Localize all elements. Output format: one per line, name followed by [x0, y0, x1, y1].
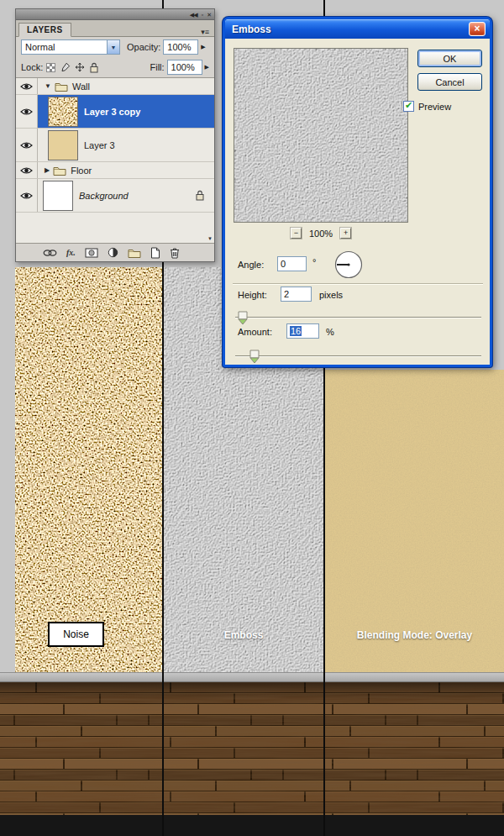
dialog-titlebar[interactable]: Emboss × — [225, 19, 490, 39]
layers-list: ▼ Wall Layer 3 copy Layer 3 — [16, 77, 214, 243]
canvas-bottom-bar — [0, 815, 504, 836]
slider-track — [235, 317, 481, 318]
preview-checkbox[interactable]: ✔ Preview — [403, 101, 451, 112]
zoom-out-button[interactable]: − — [291, 228, 302, 239]
layer-row-wall-group[interactable]: ▼ Wall — [16, 78, 214, 95]
background-lock-icon — [196, 190, 204, 201]
checkerboard-icon — [46, 63, 55, 72]
palette-close-icon[interactable]: ✕ — [207, 12, 211, 18]
fill-flyout-icon[interactable]: ▶ — [205, 64, 209, 71]
opacity-input[interactable]: 100% — [163, 39, 198, 55]
tab-layers-label: LAYERS — [27, 25, 63, 34]
layer-name: Layer 3 copy — [84, 107, 140, 117]
fill-input[interactable]: 100% — [167, 60, 202, 75]
height-slider[interactable] — [235, 311, 481, 325]
visibility-toggle[interactable] — [16, 78, 38, 94]
height-label: Height: — [238, 290, 267, 300]
layer-thumbnail-tan[interactable] — [48, 130, 78, 160]
layer-row-floor-group[interactable]: ▶ Floor — [16, 162, 214, 179]
lock-position-icon[interactable] — [73, 61, 86, 74]
height-input[interactable]: 2 — [281, 287, 312, 302]
collapsed-triangle-icon[interactable]: ▶ — [45, 166, 50, 174]
collapse-arrows-icon[interactable]: ◀◀ — [190, 12, 197, 18]
wall-overlay-texture — [325, 370, 504, 672]
layer-name: Background — [79, 191, 129, 201]
visibility-toggle[interactable] — [16, 162, 38, 178]
baseboard — [0, 672, 504, 682]
palette-menu-icon[interactable]: ▾≡ — [201, 29, 209, 36]
fill-label: Fill: — [150, 62, 165, 72]
lock-transparency-icon[interactable] — [45, 61, 57, 74]
trash-icon — [170, 247, 180, 259]
slider-thumb[interactable] — [238, 311, 248, 325]
amount-value-selected: 16 — [290, 326, 302, 336]
amount-input[interactable]: 16 — [286, 323, 319, 339]
layer-mask-button[interactable] — [85, 248, 98, 258]
zoom-level: 100% — [309, 229, 333, 239]
layer-style-button[interactable]: fx. — [66, 248, 76, 257]
visibility-toggle[interactable] — [16, 129, 38, 161]
new-group-button[interactable] — [128, 248, 141, 258]
new-layer-button[interactable] — [150, 247, 160, 259]
lock-paint-icon[interactable] — [59, 61, 71, 74]
caption-noise: Noise — [48, 622, 104, 647]
delete-layer-button[interactable] — [170, 247, 180, 259]
layer-thumbnail-white[interactable] — [43, 181, 73, 211]
blend-mode-value: Normal — [22, 42, 107, 52]
layer-name: Wall — [72, 81, 90, 92]
layer-thumbnail-noise[interactable] — [48, 97, 78, 127]
angle-label: Angle: — [238, 260, 264, 270]
palette-titlebar[interactable]: ◀◀ ▫ ✕ — [16, 9, 214, 20]
ok-button[interactable]: OK — [417, 50, 482, 67]
visibility-toggle[interactable] — [16, 95, 38, 128]
tab-layers[interactable]: LAYERS — [18, 23, 71, 37]
noise-thumbnail-texture — [49, 97, 77, 126]
filter-preview[interactable] — [234, 48, 408, 223]
height-unit: pixels — [319, 290, 343, 300]
visibility-toggle[interactable] — [16, 179, 38, 212]
layer-row-layer3-copy[interactable]: Layer 3 copy — [16, 95, 214, 129]
eye-icon — [20, 192, 33, 200]
link-layers-button[interactable] — [43, 250, 57, 256]
opacity-flyout-icon[interactable]: ▶ — [201, 44, 205, 50]
angle-dial[interactable] — [333, 250, 364, 280]
eye-icon — [20, 108, 33, 116]
padlock-icon — [90, 62, 98, 73]
new-page-icon — [150, 247, 160, 259]
mask-icon — [85, 248, 98, 258]
amount-slider[interactable] — [235, 350, 481, 364]
wood-floor — [0, 682, 504, 815]
opacity-label: Opacity: — [127, 42, 160, 52]
zoom-in-button[interactable]: + — [340, 228, 351, 239]
dialog-body: − 100% + OK Cancel ✔ Preview Angle: 0 ° … — [225, 39, 490, 367]
palette-tab-row: LAYERS ▾≡ — [16, 20, 214, 37]
scroll-down-arrow[interactable]: ▼ — [207, 236, 213, 241]
checkbox-box[interactable]: ✔ — [403, 101, 414, 112]
cancel-button[interactable]: Cancel — [417, 73, 482, 91]
lock-fill-row: Lock: Fill: 100% ▶ — [16, 57, 214, 77]
angle-unit: ° — [312, 257, 316, 267]
zoom-controls: − 100% + — [234, 228, 408, 239]
dialog-title: Emboss — [232, 24, 469, 35]
amount-unit: % — [326, 327, 334, 337]
blend-mode-select[interactable]: Normal ▼ — [21, 39, 120, 55]
slider-thumb[interactable] — [249, 350, 260, 364]
lock-all-icon[interactable] — [87, 61, 100, 74]
expand-triangle-icon[interactable]: ▼ — [45, 82, 51, 90]
caption-blending-mode-overlay: Blending Mode: Overlay — [325, 629, 504, 641]
chain-icon — [43, 250, 57, 256]
eye-icon — [20, 82, 33, 91]
adjustment-layer-button[interactable] — [108, 247, 118, 258]
lock-label: Lock: — [21, 62, 43, 72]
layer-row-background[interactable]: Background — [16, 179, 214, 213]
photoshop-workspace: Noise Emboss Blending Mode: Overlay ◀◀ ▫… — [0, 0, 504, 836]
angle-input[interactable]: 0 — [277, 256, 307, 271]
emboss-dialog: Emboss × − 100% + OK Cancel ✔ Preview An… — [223, 17, 492, 367]
move-icon — [75, 62, 85, 72]
palette-box-icon[interactable]: ▫ — [202, 12, 202, 18]
folder-icon — [53, 166, 66, 176]
close-button[interactable]: × — [469, 22, 486, 36]
combo-arrow-icon[interactable]: ▼ — [107, 40, 119, 54]
layer-row-layer3[interactable]: Layer 3 — [16, 129, 214, 162]
separator — [233, 283, 483, 285]
